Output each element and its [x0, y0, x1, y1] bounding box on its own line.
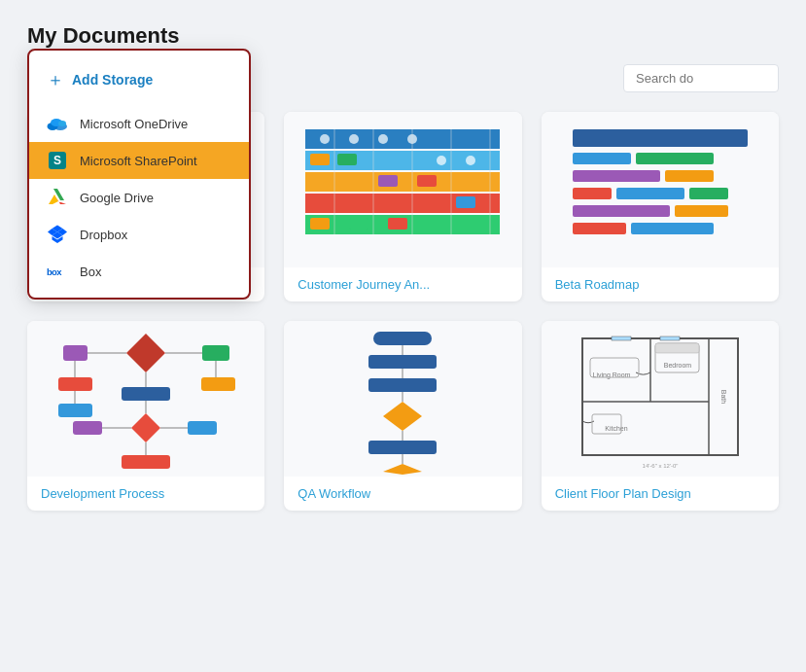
svg-rect-54 — [337, 154, 357, 165]
svg-text:Bath: Bath — [719, 389, 726, 404]
dropdown-item-dropbox[interactable]: Dropbox — [29, 216, 249, 253]
svg-rect-67 — [616, 188, 684, 199]
svg-rect-102 — [368, 441, 437, 454]
svg-rect-71 — [573, 223, 626, 234]
doc-label-qa: QA Workflow — [284, 477, 521, 511]
googledrive-icon — [47, 187, 68, 208]
svg-rect-61 — [573, 129, 748, 147]
dropbox-icon — [47, 224, 68, 245]
svg-rect-64 — [573, 170, 660, 182]
sharepoint-icon: S — [47, 150, 68, 171]
svg-rect-56 — [417, 175, 437, 187]
dropdown-item-googledrive[interactable]: Google Drive — [29, 179, 249, 216]
page-title: My Documents — [27, 23, 779, 49]
doc-card-journey[interactable]: Customer Journey An... — [284, 112, 521, 301]
svg-text:Kitchen: Kitchen — [605, 425, 627, 432]
svg-rect-81 — [202, 345, 229, 361]
svg-rect-70 — [675, 205, 728, 217]
svg-rect-96 — [368, 355, 437, 369]
doc-thumb-roadmap — [542, 112, 779, 267]
svg-marker-87 — [131, 413, 160, 442]
svg-point-46 — [437, 156, 446, 165]
svg-marker-8 — [49, 195, 58, 204]
doc-card-qa[interactable]: QA Workflow — [284, 321, 521, 511]
svg-rect-113 — [612, 336, 631, 340]
svg-rect-69 — [573, 205, 670, 217]
doc-thumb-floor: Living Room Bedroom Kitchen Bath — [542, 321, 779, 477]
doc-card-devprocess[interactable]: Development Process — [27, 321, 264, 511]
svg-rect-68 — [689, 188, 728, 199]
search-input[interactable] — [623, 64, 779, 92]
svg-rect-58 — [310, 218, 330, 230]
svg-rect-72 — [631, 223, 714, 234]
dropdown-item-onedrive[interactable]: Microsoft OneDrive — [29, 105, 249, 142]
doc-thumb-qa — [284, 321, 521, 477]
svg-rect-89 — [73, 421, 102, 435]
svg-rect-63 — [636, 153, 714, 164]
svg-text:box: box — [47, 266, 62, 277]
onedrive-icon — [47, 113, 68, 134]
doc-label-journey: Customer Journey An... — [284, 267, 521, 301]
svg-rect-59 — [349, 218, 368, 230]
svg-text:Bedroom: Bedroom — [664, 362, 692, 369]
add-storage-label: Add Storage — [72, 72, 153, 88]
doc-card-roadmap[interactable]: Beta Roadmap — [542, 112, 779, 301]
svg-rect-118 — [655, 343, 699, 353]
doc-card-floor[interactable]: Living Room Bedroom Kitchen Bath — [542, 321, 779, 511]
svg-marker-104 — [383, 464, 422, 475]
svg-marker-73 — [126, 334, 165, 372]
svg-rect-60 — [388, 218, 407, 230]
svg-text:S: S — [53, 154, 61, 167]
svg-rect-83 — [201, 377, 235, 391]
svg-point-3 — [58, 121, 66, 126]
doc-label-floor: Client Floor Plan Design — [542, 477, 779, 511]
sharepoint-label: Microsoft SharePoint — [80, 154, 197, 168]
box-label: Box — [80, 265, 101, 279]
svg-rect-57 — [456, 196, 475, 208]
onedrive-label: Microsoft OneDrive — [80, 117, 188, 131]
doc-thumb-devprocess — [27, 321, 264, 477]
svg-marker-100 — [383, 402, 422, 431]
svg-point-44 — [378, 134, 388, 144]
svg-rect-77 — [58, 377, 92, 391]
svg-rect-105 — [582, 338, 738, 455]
svg-rect-53 — [310, 154, 330, 165]
add-storage-header[interactable]: ＋ Add Storage — [29, 62, 249, 105]
svg-rect-65 — [665, 170, 714, 182]
svg-rect-91 — [188, 421, 217, 435]
svg-rect-114 — [660, 336, 680, 340]
doc-label-roadmap: Beta Roadmap — [542, 267, 779, 301]
svg-rect-62 — [573, 153, 631, 164]
add-storage-dropdown: ＋ Add Storage Microsoft OneDrive S — [27, 49, 251, 300]
svg-rect-55 — [378, 175, 398, 187]
doc-label-devprocess: Development Process — [27, 477, 264, 511]
dropbox-label: Dropbox — [80, 228, 127, 242]
svg-rect-93 — [122, 455, 170, 469]
plus-icon: ＋ — [47, 68, 64, 91]
googledrive-label: Google Drive — [80, 191, 154, 205]
svg-rect-79 — [58, 404, 92, 417]
svg-rect-85 — [122, 387, 170, 401]
svg-text:Living Room: Living Room — [592, 371, 630, 379]
dropdown-item-sharepoint[interactable]: S Microsoft SharePoint — [29, 142, 249, 179]
page-container: My Documents SmartDraw ＋ Add Storage Mic… — [0, 0, 806, 672]
svg-point-42 — [320, 134, 330, 144]
box-icon: box — [47, 261, 68, 282]
svg-rect-94 — [373, 332, 432, 345]
svg-point-47 — [466, 156, 475, 165]
svg-point-43 — [349, 134, 359, 144]
svg-rect-66 — [573, 188, 612, 199]
svg-text:14'-6" x 12'-0": 14'-6" x 12'-0" — [642, 463, 678, 469]
svg-rect-98 — [368, 378, 437, 392]
svg-rect-75 — [63, 345, 88, 361]
dropdown-item-box[interactable]: box Box — [29, 253, 249, 290]
doc-thumb-journey — [284, 112, 521, 267]
